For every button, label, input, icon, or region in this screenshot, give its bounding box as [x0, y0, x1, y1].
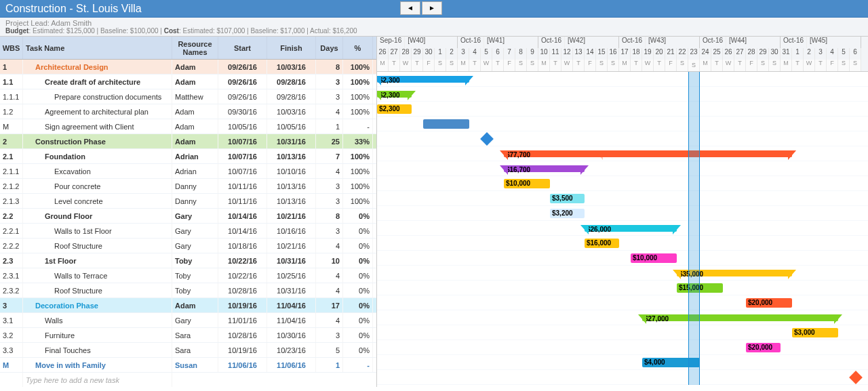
table-row[interactable]: 2.31st FloorToby10/22/1610/31/16100%	[0, 253, 376, 268]
table-row[interactable]: 3Decoration PhaseAdam10/19/1611/04/16170…	[0, 298, 376, 313]
date-cell[interactable]: 31	[781, 48, 792, 60]
gantt-row[interactable]: $20,000	[377, 340, 868, 355]
date-cell[interactable]: 28	[400, 48, 412, 60]
table-row[interactable]: 2.3.1Walls to TerraceToby10/22/1610/25/1…	[0, 268, 376, 283]
date-cell[interactable]: 21	[665, 48, 677, 60]
gantt-row[interactable]: $77,700	[377, 146, 868, 161]
milestone-diamond[interactable]	[849, 371, 863, 384]
date-cell[interactable]: 1	[435, 48, 446, 60]
table-row[interactable]: 2.2.1Walls to 1st FloorGary10/14/1610/16…	[0, 224, 376, 239]
table-row[interactable]: 2.1FoundationAdrian10/07/1610/13/167100%	[0, 149, 376, 164]
task-bar[interactable]: $4,000	[642, 358, 700, 367]
col-finish[interactable]: Finish	[267, 37, 316, 59]
date-cell[interactable]: 1	[792, 48, 804, 60]
date-cell[interactable]: 20	[654, 48, 665, 60]
task-bar[interactable]: $10,000	[504, 179, 550, 188]
date-cell[interactable]: 17	[619, 48, 631, 60]
gantt-row[interactable]: $2,300	[377, 72, 868, 87]
gantt-row[interactable]: $35,000	[377, 266, 868, 281]
table-row[interactable]: 3.1WallsGary11/01/1611/04/1640%	[0, 313, 376, 328]
date-cell[interactable]: 4	[469, 48, 481, 60]
gantt-row[interactable]	[377, 370, 868, 385]
gantt-row[interactable]: $3,500	[377, 191, 868, 206]
col-percent[interactable]: %	[343, 37, 373, 59]
task-bar[interactable]: $2,300	[377, 104, 412, 114]
gantt-row[interactable]: $2,300	[377, 102, 868, 117]
task-bar[interactable]: $3,500	[550, 194, 585, 203]
date-cell[interactable]: 26	[377, 48, 389, 60]
date-cell[interactable]: 5	[481, 48, 492, 60]
table-row[interactable]: 2Construction PhaseAdam10/07/1610/31/162…	[0, 134, 376, 149]
task-bar[interactable]: $10,000	[631, 253, 677, 263]
task-bar[interactable]: $3,200	[550, 209, 585, 218]
gantt-row[interactable]: $10,000	[377, 176, 868, 191]
table-row[interactable]: 3.3Final TouchesSara10/19/1610/23/1650%	[0, 343, 376, 358]
gantt-row[interactable]: $3,200	[377, 206, 868, 221]
col-task[interactable]: Task Name	[23, 37, 172, 59]
table-row[interactable]: 2.2Ground FloorGary10/14/1610/21/1680%	[0, 209, 376, 224]
nav-prev-button[interactable]: ◄	[400, 1, 420, 15]
date-cell[interactable]: 3	[815, 48, 827, 60]
gantt-row[interactable]: $16,000	[377, 236, 868, 251]
date-cell[interactable]: 30	[769, 48, 781, 60]
date-cell[interactable]: 3	[458, 48, 469, 60]
table-row[interactable]: 3.2FurnitureSara10/28/1610/30/1630%	[0, 328, 376, 343]
date-cell[interactable]: 13	[573, 48, 585, 60]
date-cell[interactable]: 30	[423, 48, 435, 60]
summary-bar[interactable]: $35,000	[677, 270, 792, 276]
date-cell[interactable]: 6	[492, 48, 504, 60]
date-cell[interactable]: 9	[527, 48, 538, 60]
table-row[interactable]: 2.1.1ExcavationAdrian10/07/1610/10/16410…	[0, 164, 376, 179]
table-row[interactable]: 2.2.2Roof StructureGary10/18/1610/21/164…	[0, 239, 376, 253]
new-task-row[interactable]: Type here to add a new task	[0, 373, 376, 387]
gantt-row[interactable]: $2,300	[377, 87, 868, 102]
date-cell[interactable]: 7	[504, 48, 515, 60]
date-cell[interactable]: 6	[850, 48, 861, 60]
date-cell[interactable]: 18	[631, 48, 642, 60]
date-cell[interactable]: 29	[412, 48, 423, 60]
table-row[interactable]: 2.1.2Pour concreteDanny10/11/1610/13/163…	[0, 179, 376, 194]
date-cell[interactable]: 14	[585, 48, 596, 60]
col-start[interactable]: Start	[218, 37, 267, 59]
table-row[interactable]: 1.1.1Prepare construction documentsMatth…	[0, 89, 376, 104]
table-row[interactable]: MSign agreement with ClientAdam10/05/161…	[0, 119, 376, 134]
task-bar[interactable]	[423, 119, 469, 129]
gantt-row[interactable]: $4,000	[377, 355, 868, 370]
date-cell[interactable]: 26	[723, 48, 734, 60]
date-cell[interactable]: 12	[561, 48, 573, 60]
col-wbs[interactable]: WBS	[0, 37, 23, 59]
gantt-row[interactable]: $3,000	[377, 325, 868, 340]
new-task-placeholder[interactable]: Type here to add a new task	[23, 373, 172, 387]
table-row[interactable]: 2.3.2Roof StructureToby10/28/1610/31/164…	[0, 283, 376, 298]
table-row[interactable]: 1.1Create draft of architectureAdam09/26…	[0, 75, 376, 89]
summary-bar[interactable]: $2,300	[377, 91, 412, 98]
date-cell[interactable]: 25	[711, 48, 723, 60]
date-cell[interactable]: 28	[746, 48, 757, 60]
task-bar[interactable]: $20,000	[746, 298, 792, 308]
date-cell[interactable]: 29	[757, 48, 769, 60]
gantt-row[interactable]: $27,000	[377, 310, 868, 325]
gantt-chart[interactable]: Sep-16[W40]Oct-16[W41]Oct-16[W42]Oct-16[…	[376, 37, 868, 387]
summary-bar[interactable]: $27,000	[642, 314, 838, 321]
gantt-row[interactable]: $15,000	[377, 281, 868, 295]
milestone-diamond[interactable]	[480, 132, 494, 146]
date-cell[interactable]: 16	[608, 48, 619, 60]
date-cell[interactable]: 2	[804, 48, 815, 60]
date-cell[interactable]: 23	[688, 48, 700, 60]
summary-bar[interactable]: $2,300	[377, 76, 469, 83]
date-cell[interactable]: 27	[389, 48, 400, 60]
date-cell[interactable]: 27	[734, 48, 746, 60]
date-cell[interactable]: 4	[827, 48, 838, 60]
gantt-row[interactable]: $16,700	[377, 161, 868, 176]
date-cell[interactable]: 11	[550, 48, 561, 60]
table-row[interactable]: 1Architectural DesignAdam09/26/1610/03/1…	[0, 60, 376, 75]
date-cell[interactable]: 8	[515, 48, 527, 60]
summary-bar[interactable]: $16,700	[504, 165, 585, 172]
table-row[interactable]: MMove in with FamilySusan11/06/1611/06/1…	[0, 358, 376, 373]
date-cell[interactable]: 15	[596, 48, 608, 60]
date-cell[interactable]: 24	[700, 48, 711, 60]
table-row[interactable]: 2.1.3Level concreteDanny10/11/1610/13/16…	[0, 194, 376, 209]
task-bar[interactable]: $16,000	[585, 239, 619, 248]
nav-next-button[interactable]: ►	[422, 1, 442, 15]
gantt-row[interactable]: $26,000	[377, 221, 868, 236]
